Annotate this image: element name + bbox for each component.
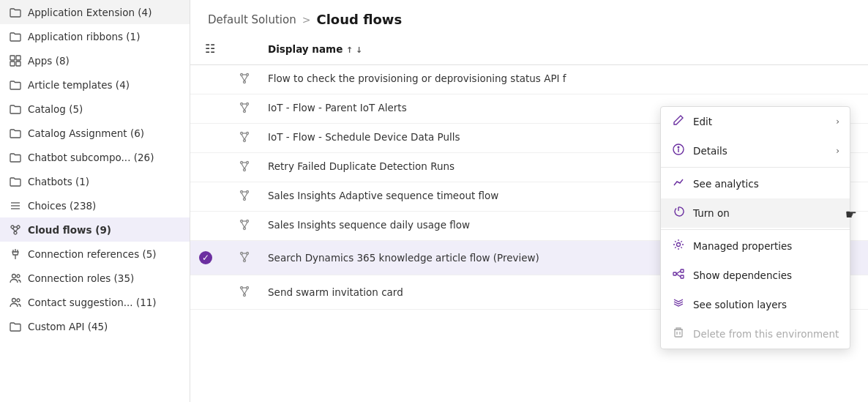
row-name-text: Flow to check the provisioning or deprov… [268,72,566,84]
row-check-col [190,124,230,153]
svg-line-46 [244,193,247,198]
group-by-button[interactable]: ☷ [199,39,221,59]
col-icon [230,33,259,65]
row-name-text: Send swarm invitation card [268,286,403,298]
svg-point-68 [677,243,681,247]
sidebar-item-label: Article templates (4) [28,79,130,91]
svg-line-28 [244,105,247,111]
sort-desc-icon[interactable]: ↓ [356,45,362,55]
svg-point-29 [241,133,243,135]
svg-point-67 [678,146,679,148]
main-content: Default Solution > Cloud flows ☷ Display… [190,0,868,402]
svg-point-15 [12,299,16,302]
ctx-item-label: See solution layers [693,299,787,310]
row-check-col [190,94,230,124]
svg-point-47 [241,220,243,223]
svg-point-43 [244,198,246,201]
svg-point-37 [244,169,246,171]
gear-icon [671,239,686,253]
sidebar-item-catalog-assignment[interactable]: Catalog Assignment (6) [0,121,190,145]
power-icon [671,206,686,220]
sidebar-item-chatbots[interactable]: Chatbots (1) [0,169,190,193]
svg-point-61 [244,294,246,296]
trash-icon [671,327,686,341]
svg-line-40 [244,164,247,169]
col-header-label: Display name [268,43,343,55]
svg-line-22 [244,76,247,81]
ctx-item-label: Delete from this environment [693,328,839,340]
ctx-item-managed-properties[interactable]: Managed properties [661,231,850,261]
svg-point-55 [244,259,246,261]
sidebar-item-label: Contact suggestion... (11) [28,297,157,308]
svg-rect-74 [675,330,682,337]
svg-point-14 [17,275,20,278]
folder-icon [9,320,22,332]
row-check-col [190,212,230,241]
ctx-item-show-dependencies[interactable]: Show dependencies [661,261,850,290]
svg-point-25 [244,111,246,113]
svg-point-35 [241,162,243,164]
row-flow-icon-col [230,94,259,124]
svg-rect-70 [681,269,684,272]
row-flow-icon-col [230,182,259,212]
table-wrap: ☷ Display name ↑ ↓ Flow to check the pro… [190,33,868,402]
folder-icon [9,78,22,91]
sidebar-item-article-templates[interactable]: Article templates (4) [0,72,190,97]
sidebar-item-chatbot-subcompo[interactable]: Chatbot subcompo... (26) [0,145,190,169]
ctx-chevron-icon: › [836,116,839,127]
flow-icon [239,133,250,145]
row-check-col [190,182,230,212]
plug-icon [9,247,22,260]
dependencies-icon [671,268,686,283]
people-icon [9,272,22,284]
row-flow-icon-col [230,275,259,310]
sidebar-item-connection-references[interactable]: Connection references (5) [0,242,190,266]
folder-icon [9,175,22,187]
sidebar-item-catalog[interactable]: Catalog (5) [0,97,190,121]
row-flow-name[interactable]: Flow to check the provisioning or deprov… [259,65,868,92]
svg-point-23 [241,103,243,105]
sidebar-item-cloud-flows[interactable]: Cloud flows (9) [0,217,190,242]
ctx-item-label: Managed properties [693,240,792,252]
sidebar-item-application-extension[interactable]: Application Extension (4) [0,0,190,24]
svg-line-52 [244,223,247,228]
svg-point-42 [247,191,249,193]
flow-icon [239,253,250,265]
ctx-item-see-analytics[interactable]: See analytics [661,169,850,198]
pencil-icon [671,114,686,129]
row-flow-icon-col [230,241,259,275]
svg-line-11 [12,228,15,231]
sidebar-item-contact-suggestion[interactable]: Contact suggestion... (11) [0,290,190,314]
svg-point-24 [247,103,249,105]
svg-line-27 [242,105,244,111]
sidebar-item-application-ribbons[interactable]: Application ribbons (1) [0,24,190,48]
svg-point-9 [14,231,17,234]
chart-icon [671,176,686,191]
flow-icon [239,288,250,299]
row-flow-icon-col [230,65,259,94]
ctx-item-details[interactable]: Details › [661,136,850,165]
ctx-chevron-icon: › [836,146,839,156]
sidebar-item-label: Application ribbons (1) [28,31,140,42]
svg-line-63 [242,289,244,294]
sidebar-item-connection-roles[interactable]: Connection roles (35) [0,266,190,290]
table-row[interactable]: Flow to check the provisioning or deprov… [190,65,868,94]
svg-point-17 [241,74,243,76]
ctx-item-see-solution-layers[interactable]: See solution layers [661,290,850,319]
breadcrumb-separator: > [302,14,311,26]
ctx-item-turn-on[interactable]: Turn on ☛ [661,198,850,228]
folder-icon [9,127,22,139]
grid-icon [9,54,22,67]
ctx-item-label: See analytics [693,178,759,190]
breadcrumb-parent[interactable]: Default Solution [208,13,296,26]
flow-icon [239,163,250,174]
sort-asc-icon[interactable]: ↑ [346,45,356,55]
svg-point-18 [247,74,249,76]
svg-line-51 [242,223,244,228]
sidebar-item-custom-api[interactable]: Custom API (45) [0,314,190,338]
col-displayname[interactable]: Display name ↑ ↓ [259,33,868,65]
ctx-item-edit[interactable]: Edit › [661,107,850,136]
sidebar-item-label: Connection roles (35) [28,272,134,284]
sidebar-item-apps[interactable]: Apps (8) [0,48,190,72]
sidebar-item-choices[interactable]: Choices (238) [0,193,190,217]
